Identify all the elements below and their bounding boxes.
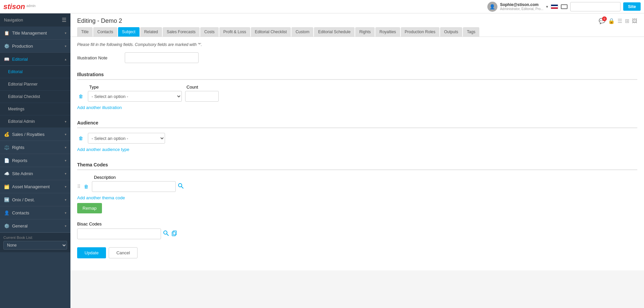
sales-royalties-chevron bbox=[65, 133, 66, 136]
audience-row: 🗑 - Select an option - bbox=[77, 133, 637, 144]
onix-dest-icon: ➡️ bbox=[4, 197, 9, 202]
thema-description-input[interactable] bbox=[92, 181, 176, 192]
editorial-admin-chevron bbox=[65, 120, 66, 123]
list-view-button[interactable]: ☰ bbox=[618, 18, 622, 24]
sidebar-item-production[interactable]: ⚙️ Production bbox=[0, 40, 70, 53]
audience-section-title: Audience bbox=[77, 117, 637, 128]
tab-costs[interactable]: Costs bbox=[200, 27, 219, 37]
remap-button[interactable]: Remap bbox=[77, 203, 102, 213]
delete-audience-button[interactable]: 🗑 bbox=[77, 134, 85, 142]
tab-production-roles[interactable]: Production Roles bbox=[401, 27, 439, 37]
sidebar-item-site-admin[interactable]: ☁️ Site Admin bbox=[0, 167, 70, 180]
title-management-icon: 📋 bbox=[4, 30, 9, 36]
tab-royalties[interactable]: Royalties bbox=[375, 27, 400, 37]
sidebar-item-onix-dest[interactable]: ➡️ Onix / Dest. bbox=[0, 193, 70, 206]
sidebar-item-title-management[interactable]: 📋 Title Management bbox=[0, 27, 70, 40]
book-list-select[interactable]: None bbox=[3, 241, 67, 250]
sidebar-sub-editorial-checklist[interactable]: Editorial Checklist bbox=[0, 91, 70, 103]
language-flag-icon[interactable] bbox=[551, 4, 558, 9]
tab-editorial-schedule[interactable]: Editorial Schedule bbox=[314, 27, 355, 37]
sidebar-sub-meetings[interactable]: Meetings bbox=[0, 103, 70, 115]
sidebar-item-left: ⚙️ General bbox=[4, 223, 28, 228]
user-role: Administrator, Editorial, Pro... bbox=[500, 7, 544, 11]
site-button[interactable]: Site bbox=[623, 2, 641, 11]
tab-subject[interactable]: Subject bbox=[118, 27, 140, 37]
bisac-copy-button[interactable] bbox=[171, 230, 177, 238]
count-col-header: Count bbox=[186, 85, 220, 90]
contacts-icon: 👤 bbox=[4, 210, 9, 215]
tab-custom[interactable]: Custom bbox=[291, 27, 313, 37]
sidebar-header: Navigation ☰ bbox=[0, 13, 70, 27]
illustration-note-input[interactable] bbox=[125, 52, 199, 63]
sidebar-nav-label: Navigation bbox=[4, 18, 23, 22]
thema-description-col: Description bbox=[94, 175, 116, 180]
lock-button[interactable]: 🔒 bbox=[608, 18, 615, 24]
sidebar-item-left: 📄 Reports bbox=[4, 158, 28, 163]
user-dropdown-arrow[interactable] bbox=[546, 4, 548, 9]
bisac-input[interactable] bbox=[77, 228, 161, 239]
sidebar-sub-editorial-admin[interactable]: Editorial Admin bbox=[0, 115, 70, 128]
sidebar-item-editorial[interactable]: 📖 Editorial bbox=[0, 53, 70, 66]
thema-search-button[interactable] bbox=[178, 183, 184, 190]
cancel-button[interactable]: Cancel bbox=[109, 247, 138, 258]
sidebar-sub-editorial[interactable]: Editorial bbox=[0, 66, 70, 78]
delete-illustration-button[interactable]: 🗑 bbox=[77, 92, 85, 100]
global-search-input[interactable] bbox=[570, 2, 621, 11]
title-management-chevron bbox=[65, 31, 66, 35]
tab-title[interactable]: Title bbox=[77, 27, 93, 37]
form-note: Please fill in the following fields. Com… bbox=[77, 42, 637, 47]
sidebar-item-label: Reports bbox=[12, 158, 28, 163]
tab-editorial-checklist[interactable]: Editorial Checklist bbox=[251, 27, 291, 37]
sidebar-item-sales-royalties[interactable]: 💰 Sales / Royalties bbox=[0, 128, 70, 141]
sidebar-item-left: ⚙️ Production bbox=[4, 43, 33, 49]
sidebar-item-left: 📋 Title Management bbox=[4, 30, 47, 36]
bisac-search-button[interactable] bbox=[163, 230, 169, 238]
sidebar-item-reports[interactable]: 📄 Reports bbox=[0, 154, 70, 167]
tab-rights[interactable]: Rights bbox=[355, 27, 375, 37]
add-audience-link[interactable]: Add another audience type bbox=[77, 147, 129, 152]
sidebar-sub-editorial-planner[interactable]: Editorial Planner bbox=[0, 78, 70, 91]
illustration-note-row: Illustration Note bbox=[77, 52, 637, 63]
onix-dest-chevron bbox=[65, 198, 66, 202]
tab-profit-loss[interactable]: Profit & Loss bbox=[219, 27, 250, 37]
sidebar-item-general[interactable]: ⚙️ General bbox=[0, 219, 70, 233]
sidebar-item-asset-management[interactable]: 🗂️ Asset Management bbox=[0, 180, 70, 193]
mail-icon[interactable] bbox=[561, 4, 568, 9]
add-illustration-link[interactable]: Add another illustration bbox=[77, 105, 122, 110]
tab-outputs[interactable]: Outputs bbox=[440, 27, 462, 37]
svg-line-1 bbox=[181, 187, 183, 188]
tab-contacts[interactable]: Contacts bbox=[93, 27, 117, 37]
illustration-type-select[interactable]: - Select an option - bbox=[88, 91, 182, 102]
thema-row: ⠿ 🗑 bbox=[77, 181, 637, 192]
asset-management-chevron bbox=[65, 185, 66, 189]
update-button[interactable]: Update bbox=[77, 247, 106, 258]
notifications-button[interactable]: 💬 0 bbox=[599, 18, 605, 24]
add-thema-link[interactable]: Add another thema code bbox=[77, 195, 125, 200]
illustration-row: 🗑 - Select an option - bbox=[77, 91, 637, 102]
topbar-right: 👤 Sophie@stison.com Administrator, Edito… bbox=[487, 2, 641, 12]
rights-icon: ⚖️ bbox=[4, 145, 9, 150]
hamburger-icon[interactable]: ☰ bbox=[62, 17, 66, 23]
delete-thema-button[interactable]: 🗑 bbox=[83, 183, 90, 191]
drag-handle-icon[interactable]: ⠿ bbox=[77, 184, 80, 189]
tab-tags[interactable]: Tags bbox=[463, 27, 479, 37]
svg-rect-4 bbox=[172, 232, 175, 236]
sales-royalties-icon: 💰 bbox=[4, 132, 9, 137]
editorial-icon: 📖 bbox=[4, 56, 9, 62]
page-title: Editing - Demo 2 bbox=[77, 17, 122, 24]
grid-view-button[interactable]: ⊞ bbox=[625, 18, 629, 24]
image-button[interactable]: 🖼 bbox=[632, 18, 637, 24]
audience-type-select[interactable]: - Select an option - bbox=[88, 133, 165, 144]
illustrations-container: Type Count 🗑 - Select an option - Add an… bbox=[77, 85, 637, 110]
svg-rect-5 bbox=[173, 231, 176, 235]
sidebar-item-label: Editorial bbox=[12, 57, 28, 62]
illustration-count-input[interactable] bbox=[185, 91, 219, 102]
sidebar-item-contacts[interactable]: 👤 Contacts bbox=[0, 206, 70, 219]
tab-sales-forecasts[interactable]: Sales Forecasts bbox=[163, 27, 200, 37]
sidebar-item-rights[interactable]: ⚖️ Rights bbox=[0, 141, 70, 154]
search-icon bbox=[178, 183, 184, 189]
bisac-search-icon bbox=[163, 230, 169, 236]
sidebar-item-left: ➡️ Onix / Dest. bbox=[4, 197, 35, 202]
tab-related[interactable]: Related bbox=[140, 27, 162, 37]
asset-management-icon: 🗂️ bbox=[4, 184, 9, 189]
